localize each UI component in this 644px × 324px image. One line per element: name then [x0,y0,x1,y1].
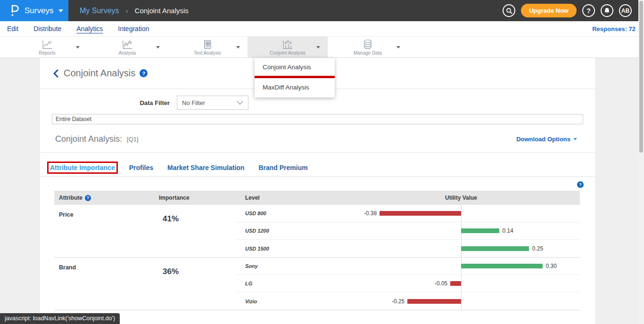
notifications-button[interactable] [601,4,613,17]
breadcrumb-parent-link[interactable]: My Surveys [80,7,119,15]
tool-label: Reports [39,50,55,56]
scrollbar-thumb[interactable] [639,1,643,153]
help-button[interactable]: ? [582,4,595,17]
page-title: Conjoint Analysis [64,68,135,79]
question-mark-icon: ? [586,7,591,15]
attribute-help-icon[interactable]: ? [85,195,91,201]
download-options-link[interactable]: Download Options [516,136,577,143]
questionpro-logo-icon [9,5,19,16]
attribute-header-label: Attribute [59,194,83,201]
tab-market-share-simulation[interactable]: Market Share Simulation [167,164,244,171]
tool-conjoint-analysis[interactable]: Conjoint Analysis [248,37,328,57]
breadcrumb: My Surveys › Conjoint Analysis [80,7,189,15]
chevron-down-icon [237,101,243,105]
responses-count: Responses: 72 [592,25,636,32]
utility-bar [461,264,543,268]
breadcrumb-separator: › [126,7,128,15]
tool-analysis[interactable]: Analysis [87,37,167,57]
menu-item-conjoint-analysis[interactable]: Conjoint Analysis [255,58,335,73]
top-header-bar: Surveys My Surveys › Conjoint Analysis U… [0,0,644,21]
level-label: USD 1200 [236,228,269,234]
attribute-group-price: Price 41% USD 800 -0.38 USD 1200 0.14 [54,205,580,258]
back-button[interactable] [53,69,59,78]
attribute-name: Brand [54,258,159,310]
data-filter-select[interactable]: No Filter [177,96,248,110]
nav-edit[interactable]: Edit [7,24,18,33]
bell-icon [604,8,610,14]
utility-value: -0.38 [360,210,377,217]
chevron-down-icon [156,46,160,49]
level-row: USD 1200 0.14 [236,222,580,240]
survey-nav: Edit Distribute Analytics Integration Re… [0,21,644,37]
column-header-attribute: Attribute ? [54,194,159,201]
product-menu[interactable]: Surveys [0,0,68,21]
chevron-down-icon [76,46,80,49]
utility-bar [450,281,461,286]
utility-bar [461,228,499,233]
vertical-scrollbar[interactable] [638,0,644,324]
tool-reports[interactable]: Reports [7,37,87,57]
content-card: Conjoint Analysis ? Data Filter No Filte… [40,58,595,324]
utility-value: 0.25 [532,245,549,252]
level-row: Vizio -0.25 [236,292,580,310]
level-row: USD 800 -0.38 [236,205,580,222]
conjoint-chart-icon [282,39,293,49]
avatar[interactable]: AB [619,4,632,17]
title-help-icon[interactable]: ? [140,69,148,77]
line-chart-icon [41,39,53,49]
utility-value: 0.14 [503,227,520,234]
column-header-importance: Importance [159,194,236,201]
nav-distribute[interactable]: Distribute [33,24,61,33]
tab-brand-premium[interactable]: Brand Premium [258,164,307,171]
level-label: USD 1500 [236,246,269,251]
dataset-input[interactable] [52,114,583,124]
level-label: LG [236,281,252,286]
utility-bar [407,299,461,304]
chevron-down-icon [58,9,63,12]
level-row: LG -0.05 [236,275,580,292]
result-tabs: Attribute Importance Profiles Market Sha… [40,153,595,177]
utility-bar [380,211,461,216]
breadcrumb-current: Conjoint Analysis [135,7,189,15]
level-row: Sony 0.30 [236,258,580,275]
chevron-down-icon [573,138,577,140]
chevron-down-icon [396,46,400,49]
upgrade-now-button[interactable]: Upgrade Now [521,4,577,17]
tool-manage-data[interactable]: Manage Data [328,37,408,57]
tool-label: Conjoint Analysis [270,50,305,56]
utility-value: -0.25 [388,298,405,305]
level-label: Vizio [236,299,257,304]
utility-bar [461,246,529,251]
level-label: Sony [236,263,258,269]
analysis-heading-row: Conjoint Analysis: [Q1] Download Options [40,134,595,144]
search-button[interactable] [503,4,515,17]
tool-label: Text Analysis [194,50,221,56]
attribute-importance-table: Attribute ? Importance Level Utility Val… [54,191,580,310]
importance-value: 41% [159,205,236,257]
utility-value: 0.30 [546,263,563,269]
menu-item-maxdiff-analysis[interactable]: MaxDiff Analysis [255,78,335,97]
tab-attribute-importance[interactable]: Attribute Importance [47,162,118,174]
chevron-down-icon [316,46,320,49]
chevron-down-icon [236,46,240,49]
analysis-heading: Conjoint Analysis: [55,134,122,144]
download-options-label: Download Options [516,136,570,143]
level-label: USD 800 [236,211,266,216]
tool-label: Analysis [118,50,136,56]
tool-text-analysis[interactable]: Text Analysis [167,37,248,57]
search-icon [506,8,512,14]
tab-profiles[interactable]: Profiles [129,164,153,171]
nav-integration[interactable]: Integration [118,24,149,33]
attribute-group-brand: Brand 36% Sony 0.30 LG -0.05 Vi [54,258,580,310]
text-report-icon [203,39,212,49]
database-icon [363,39,373,49]
column-header-level: Level [236,194,260,201]
page-background: Conjoint Analysis ? Data Filter No Filte… [0,58,644,324]
level-row: USD 1500 0.25 [236,240,580,257]
product-menu-label: Surveys [25,6,53,16]
table-help-row: ? [40,181,595,188]
dataset-row [52,114,583,124]
table-help-icon[interactable]: ? [577,181,584,188]
nav-analytics[interactable]: Analytics [76,24,103,33]
data-filter-value: No Filter [182,99,237,106]
